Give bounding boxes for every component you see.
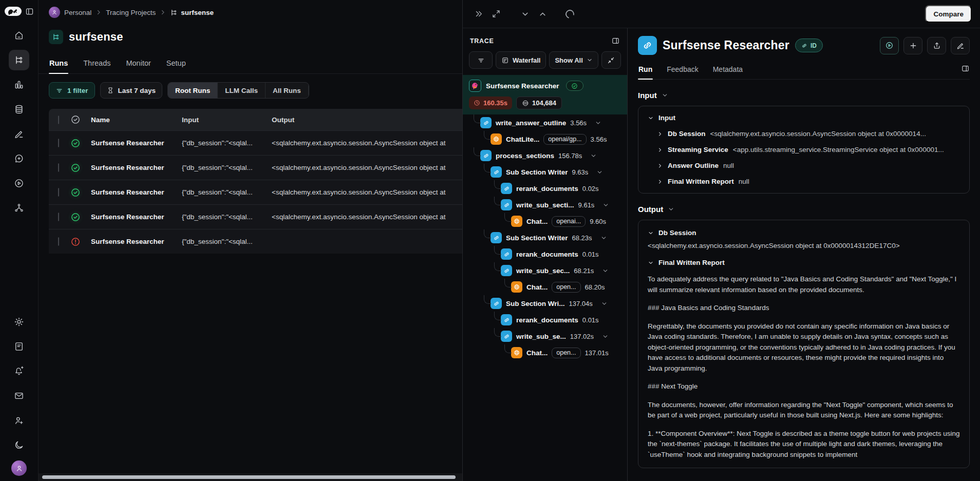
trace-span-row[interactable]: Sub Section Writer 68.23s xyxy=(463,229,627,246)
invite-user-icon[interactable] xyxy=(9,410,29,431)
trace-span-row[interactable]: rerank_documents 0.01s xyxy=(463,312,627,328)
column-header-name[interactable]: Name xyxy=(91,116,182,124)
nav-playground-icon[interactable] xyxy=(9,173,29,194)
project-tab[interactable]: Threads xyxy=(83,54,111,73)
row-checkbox[interactable] xyxy=(58,213,59,221)
trace-span-row[interactable]: write_sub_secti... 9.61s xyxy=(463,197,627,213)
collapse-tree-button[interactable] xyxy=(601,51,621,69)
row-checkbox[interactable] xyxy=(58,139,59,147)
breadcrumb-current[interactable]: surfsense xyxy=(181,9,214,16)
row-checkbox[interactable] xyxy=(58,237,59,246)
show-all-dropdown[interactable]: Show All xyxy=(549,51,598,69)
settings-icon[interactable] xyxy=(9,312,29,332)
nav-tracing-icon[interactable] xyxy=(9,50,29,70)
select-all-checkbox[interactable] xyxy=(58,116,59,124)
project-tab[interactable]: Setup xyxy=(166,54,186,73)
trace-span-row[interactable]: Chat... open... 137.01s xyxy=(463,344,627,361)
input-kv-row[interactable]: Streaming Service <app.utils.streaming_s… xyxy=(657,146,960,153)
output-db-session-node[interactable]: Db Session xyxy=(648,229,960,237)
input-kv-row[interactable]: Answer Outline null xyxy=(657,162,960,169)
input-kv-row[interactable]: Db Session <sqlalchemy.ext.asyncio.sessi… xyxy=(657,130,960,138)
nav-datasets-icon[interactable] xyxy=(9,99,29,120)
output-report-node[interactable]: Final Written Report xyxy=(648,259,960,266)
trace-span-row[interactable]: write_sub_se... 137.02s xyxy=(463,328,627,344)
input-kv-row[interactable]: Final Written Report null xyxy=(657,178,960,185)
chevron-right-icon[interactable] xyxy=(657,179,663,185)
details-tab[interactable]: Metadata xyxy=(712,61,743,79)
output-section-header[interactable]: Output xyxy=(638,205,970,214)
chevron-up-icon[interactable] xyxy=(535,6,550,22)
nav-deployments-icon[interactable] xyxy=(9,198,29,218)
run-type-segment[interactable]: All Runs xyxy=(266,83,309,98)
input-section-header[interactable]: Input xyxy=(638,91,970,100)
date-range-button[interactable]: Last 7 days xyxy=(100,82,163,99)
run-type-segment[interactable]: Root Runs xyxy=(168,83,218,98)
notifications-icon[interactable] xyxy=(9,361,29,381)
row-checkbox[interactable] xyxy=(58,188,59,197)
run-row[interactable]: Surfsense Researcher {"db_session":"<sql… xyxy=(49,204,462,229)
add-to-dataset-button[interactable] xyxy=(903,37,922,54)
trace-filter-button[interactable] xyxy=(469,51,493,69)
chevron-down-icon[interactable] xyxy=(602,202,609,208)
run-type-segment[interactable]: LLM Calls xyxy=(218,83,266,98)
run-row[interactable]: Surfsense Researcher {"db_session":"<sql… xyxy=(49,229,462,254)
input-root-node[interactable]: Input xyxy=(648,114,960,122)
chevron-double-right-icon[interactable] xyxy=(471,6,486,22)
filter-count-button[interactable]: 1 filter xyxy=(49,82,95,99)
details-tab[interactable]: Run xyxy=(638,61,653,79)
trace-span-row[interactable]: Chat... openai... 9.60s xyxy=(463,213,627,229)
mail-icon[interactable] xyxy=(9,386,29,406)
row-checkbox[interactable] xyxy=(58,163,59,172)
chevron-down-icon[interactable] xyxy=(595,120,601,126)
chevron-down-icon[interactable] xyxy=(602,333,609,340)
open-in-playground-button[interactable] xyxy=(880,37,899,54)
details-tab[interactable]: Feedback xyxy=(666,61,699,79)
docs-icon[interactable] xyxy=(9,336,29,357)
compare-button[interactable]: Compare xyxy=(925,5,972,23)
sidebar-toggle-icon[interactable] xyxy=(25,7,34,16)
trace-span-row[interactable]: Sub Section Wri... 137.04s xyxy=(463,295,627,312)
horizontal-scrollbar-thumb[interactable] xyxy=(42,475,456,479)
nav-prompt-comment-icon[interactable] xyxy=(9,148,29,169)
trace-span-row[interactable]: write_sub_sec... 68.21s xyxy=(463,262,627,279)
chevron-down-icon[interactable] xyxy=(648,260,654,266)
trace-root-row[interactable]: Surfsense Researcher 160.35s xyxy=(463,75,627,114)
run-row[interactable]: Surfsense Researcher {"db_session":"<sql… xyxy=(49,130,462,155)
root-success-badge[interactable] xyxy=(566,81,583,91)
trace-span-row[interactable]: process_sections 156.78s xyxy=(463,147,627,164)
user-avatar[interactable] xyxy=(11,460,27,476)
column-header-output[interactable]: Output xyxy=(272,116,462,124)
run-row[interactable]: Surfsense Researcher {"db_session":"<sql… xyxy=(49,155,462,180)
waterfall-button[interactable]: Waterfall xyxy=(496,51,546,69)
chevron-right-icon[interactable] xyxy=(657,131,663,137)
chevron-down-icon[interactable] xyxy=(648,230,654,236)
chevron-down-icon[interactable] xyxy=(648,115,654,121)
column-header-input[interactable]: Input xyxy=(182,116,272,124)
breadcrumb-section[interactable]: Tracing Projects xyxy=(106,9,156,16)
chevron-right-icon[interactable] xyxy=(657,163,663,169)
share-button[interactable] xyxy=(927,37,946,54)
expand-icon[interactable] xyxy=(488,6,504,22)
project-tab[interactable]: Runs xyxy=(49,54,68,73)
chevron-right-icon[interactable] xyxy=(657,147,663,153)
nav-home-icon[interactable] xyxy=(9,25,29,46)
project-tab[interactable]: Monitor xyxy=(125,54,151,73)
workspace-avatar[interactable] xyxy=(49,7,60,18)
trace-span-row[interactable]: rerank_documents 0.01s xyxy=(463,246,627,262)
langsmith-logo[interactable] xyxy=(5,7,22,16)
panel-right-icon[interactable] xyxy=(961,64,970,76)
trace-span-row[interactable]: Chat... open... 68.20s xyxy=(463,279,627,295)
chevron-down-icon[interactable] xyxy=(600,235,607,241)
dark-mode-icon[interactable] xyxy=(9,435,29,455)
edit-button[interactable] xyxy=(951,37,970,54)
trace-span-row[interactable]: rerank_documents 0.02s xyxy=(463,180,627,197)
chevron-down-icon[interactable] xyxy=(601,300,608,307)
run-id-button[interactable]: ID xyxy=(795,39,823,52)
run-row[interactable]: Surfsense Researcher {"db_session":"<sql… xyxy=(49,180,462,204)
trace-span-row[interactable]: write_answer_outline 3.56s xyxy=(463,114,627,131)
nav-annotations-icon[interactable] xyxy=(9,124,29,144)
breadcrumb-workspace[interactable]: Personal xyxy=(64,9,91,16)
trace-span-row[interactable]: ChatLite... openai/gp... 3.56s xyxy=(463,131,627,147)
nav-dashboards-icon[interactable] xyxy=(9,74,29,95)
panel-right-icon[interactable] xyxy=(611,36,620,45)
